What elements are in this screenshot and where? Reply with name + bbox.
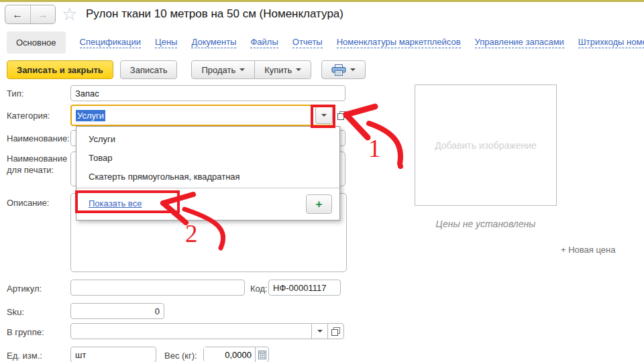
- prices-not-set-text: Цены не установлены: [415, 219, 557, 229]
- tab-nomenclature-barcodes[interactable]: Штрихкоды номенклатуры: [578, 37, 644, 48]
- name-label: Наименование:: [7, 133, 70, 143]
- dropdown-item[interactable]: Товар: [76, 149, 339, 168]
- caret-down-icon: [239, 68, 245, 71]
- unit-field[interactable]: [70, 347, 156, 362]
- description-label: Описание:: [7, 198, 49, 208]
- category-label: Категория:: [7, 111, 50, 121]
- show-all-link[interactable]: Показать все: [89, 198, 142, 208]
- unit-label: Ед. изм.:: [7, 351, 42, 361]
- tab-documents[interactable]: Документы: [191, 37, 236, 48]
- category-dropdown-button[interactable]: [315, 107, 333, 124]
- annotation-step-1: 1: [368, 134, 381, 163]
- caret-down-icon: [350, 68, 356, 71]
- weight-calc-button[interactable]: [255, 347, 268, 362]
- tab-bar: Основное Спецификации Цены Документы Фай…: [7, 31, 644, 54]
- save-button[interactable]: Записать: [120, 60, 178, 79]
- caret-down-icon: [317, 330, 323, 333]
- weight-input[interactable]: [204, 347, 255, 362]
- category-open-icon[interactable]: [337, 111, 346, 123]
- forward-button[interactable]: →: [30, 5, 56, 23]
- group-label: В группе:: [7, 327, 44, 337]
- code-field[interactable]: [268, 280, 341, 296]
- annotation-arrow-1: [346, 107, 375, 115]
- type-field[interactable]: [70, 85, 345, 101]
- code-label: Код:: [250, 284, 268, 294]
- type-label: Тип:: [7, 88, 23, 99]
- open-icon: [331, 327, 340, 336]
- group-input[interactable]: [71, 324, 311, 339]
- save-and-close-button[interactable]: Записать и закрыть: [7, 60, 113, 79]
- weight-field[interactable]: [203, 347, 269, 362]
- article-label: Артикул:: [7, 284, 42, 294]
- tab-files[interactable]: Файлы: [250, 37, 278, 48]
- printer-icon: [331, 64, 346, 76]
- sell-button-label: Продать: [201, 65, 235, 75]
- dropdown-item[interactable]: Услуги: [76, 130, 339, 149]
- add-image-placeholder: Добавить изображение: [435, 140, 537, 151]
- add-image-dropzone[interactable]: Добавить изображение: [415, 84, 557, 206]
- buy-button-label: Купить: [264, 65, 292, 75]
- window-accent-strip: [0, 0, 644, 2]
- back-button[interactable]: ←: [5, 5, 30, 23]
- tab-prices[interactable]: Цены: [155, 37, 177, 48]
- print-name-label: Наименование для печати:: [7, 153, 71, 176]
- article-field[interactable]: [70, 280, 245, 296]
- add-category-button[interactable]: +: [306, 194, 332, 214]
- selected-text: Услуги: [76, 110, 105, 121]
- group-open-button[interactable]: [327, 324, 343, 339]
- tab-specifications[interactable]: Спецификации: [80, 37, 142, 48]
- buy-button[interactable]: Купить: [254, 60, 311, 79]
- weight-label: Вес (кг):: [164, 351, 197, 361]
- group-field[interactable]: [70, 323, 344, 339]
- group-dropdown-button[interactable]: [311, 324, 327, 339]
- category-dropdown-list: Услуги Товар Скатерть прямоугольная, ква…: [76, 126, 340, 221]
- sku-label: Sku:: [7, 307, 24, 317]
- favorite-star-icon[interactable]: ☆: [62, 4, 77, 25]
- new-price-link[interactable]: + Новая цена: [561, 245, 615, 255]
- sell-button[interactable]: Продать: [191, 60, 255, 79]
- sell-buy-group: Продать Купить: [191, 60, 311, 79]
- caret-down-icon: [296, 68, 301, 71]
- print-button[interactable]: [321, 60, 366, 79]
- category-value: Услуги: [72, 106, 315, 125]
- page-title: Рулон ткани 10 метров на 50 см (Номенкла…: [86, 7, 343, 21]
- tab-main[interactable]: Основное: [7, 32, 66, 54]
- tab-inventory-management[interactable]: Управление запасами: [475, 37, 564, 48]
- history-nav: ← →: [5, 5, 56, 24]
- category-field[interactable]: Услуги: [70, 105, 335, 126]
- toolbar: Записать и закрыть Записать Продать Купи…: [7, 60, 366, 79]
- tab-marketplace-nomenclatures[interactable]: Номенклатуры маркетплейсов: [337, 37, 461, 48]
- dropdown-item[interactable]: Скатерть прямоугольная, квадратная: [76, 168, 339, 186]
- dropdown-footer: Показать все +: [76, 188, 339, 220]
- calculator-icon: [258, 351, 266, 359]
- sku-field[interactable]: [70, 303, 164, 319]
- tab-reports[interactable]: Отчеты: [292, 37, 323, 48]
- caret-down-icon: [321, 114, 327, 117]
